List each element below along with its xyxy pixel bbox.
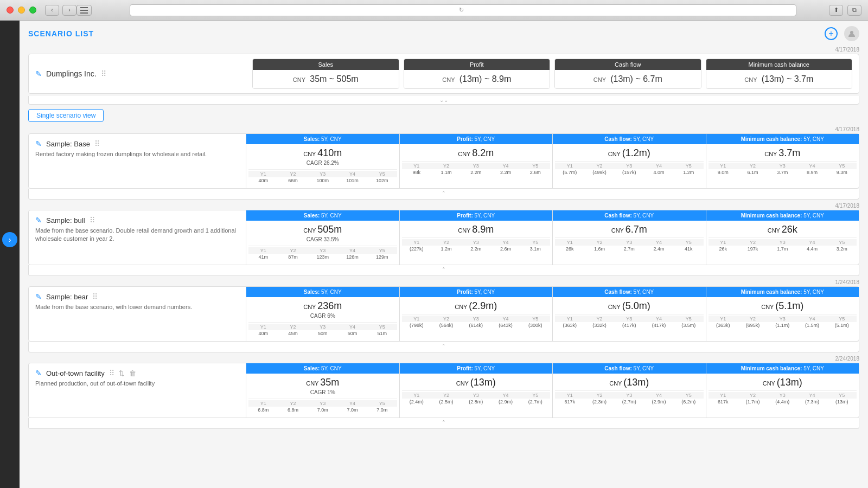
metric-label-3-3: Minimum cash balance: — [741, 365, 802, 371]
metric-sublabel-0-2: 5Y, CNY — [632, 136, 654, 142]
content-area: SCENARIO LIST + 4/17/2018 ✎ Dumplings In… — [20, 21, 868, 488]
svg-rect-1 — [80, 10, 88, 11]
metric-sublabel-2-0: 5Y, CNY — [320, 289, 341, 295]
drag-handle-icon: ⠿ — [101, 69, 106, 78]
year-col-1-0-2: Y3123m — [308, 246, 337, 261]
scenario-arrows-icon-3[interactable]: ⇅ — [119, 369, 125, 377]
scenario-expand-button-2[interactable]: ˄ — [28, 342, 859, 352]
scenario-edit-icon-1[interactable]: ✎ — [35, 216, 42, 224]
scenario-metric-1-0: Sales: 5Y, CNYCNY 505mCAGR 33.5%Y141mY28… — [246, 210, 399, 265]
scenario-metrics-3: Sales: 5Y, CNYCNY 35mCAGR 1%Y16.8mY26.8m… — [246, 363, 859, 418]
metric-sublabel-2-3: 5Y, CNY — [802, 289, 824, 295]
scenario-metric-header-3-1: Profit: 5Y, CNY — [400, 363, 553, 374]
share-button[interactable]: ⬆ — [829, 5, 843, 16]
year-col-2-3-4: Y5(5.1m) — [827, 314, 857, 330]
scenario-metric-header-0-0: Sales: 5Y, CNY — [246, 134, 399, 144]
scenario-edit-icon-2[interactable]: ✎ — [35, 292, 42, 301]
scenario-metric-header-3-0: Sales: 5Y, CNY — [246, 363, 399, 374]
year-col-3-1-1: Y2(2.5m) — [431, 391, 461, 406]
year-col-0-0-1: Y266m — [278, 170, 308, 185]
year-col-0-3-3: Y48.9m — [797, 162, 827, 177]
year-col-1-2-3: Y42.4m — [644, 238, 674, 253]
metric-sublabel-1-1: 5Y, CNY — [473, 213, 495, 219]
company-cashflow-card: Cash flow CNY (13m) ~ 6.7m — [554, 59, 701, 89]
metric-sublabel-3-3: 5Y, CNY — [802, 365, 824, 371]
metric-main-3-0: CNY 35m — [248, 377, 397, 388]
metric-label-0-0: Sales: — [304, 136, 320, 142]
scenario-edit-icon-3[interactable]: ✎ — [35, 369, 42, 377]
scenario-expand-button-1[interactable]: ˄ — [28, 265, 859, 276]
scenario-date-2: 1/24/2018 — [28, 279, 859, 285]
year-col-0-3-4: Y59.3m — [827, 162, 857, 177]
scenario-expand-button-3[interactable]: ˄ — [28, 418, 859, 429]
year-col-3-0-2: Y37.0m — [308, 399, 337, 414]
company-edit-icon[interactable]: ✎ — [35, 69, 42, 78]
scenario-drag-icon-1: ⠿ — [90, 216, 95, 224]
scenario-info-0: ✎Sample: Base⠿Rented factory making froz… — [29, 134, 246, 188]
sidebar-toggle-button[interactable] — [76, 5, 92, 16]
company-name: Dumplings Inc. — [46, 69, 97, 78]
year-col-0-3-2: Y33.7m — [768, 162, 797, 177]
scenario-metrics-2: Sales: 5Y, CNYCNY 236mCAGR 6%Y140mY245mY… — [246, 287, 859, 341]
minimize-button[interactable] — [18, 7, 25, 14]
browser-nav: ‹ › — [45, 5, 76, 16]
company-sales-amount: 35m ~ 505m — [310, 74, 358, 84]
metric-main-3-1: CNY (13m) — [402, 377, 551, 388]
scenario-desc-1: Made from the base scenario. Double reta… — [35, 227, 239, 243]
fullscreen-button[interactable] — [29, 7, 36, 14]
metric-sublabel-0-3: 5Y, CNY — [802, 136, 824, 142]
company-mincash-card: Minimum cash balance CNY (13m) ~ 3.7m — [706, 59, 853, 89]
scenario-expand-button-0[interactable]: ˄ — [28, 189, 859, 200]
metric-currency-2-2: CNY — [608, 304, 622, 310]
year-col-1-0-3: Y4126m — [337, 246, 367, 261]
scenario-metric-1-2: Cash flow: 5Y, CNYCNY 6.7mY126kY21.6mY32… — [552, 210, 706, 265]
year-col-1-0-0: Y141m — [248, 246, 278, 261]
year-col-2-0-1: Y245m — [278, 323, 308, 338]
company-collapse-button[interactable]: ⌄⌄ — [28, 96, 859, 105]
year-col-1-0-1: Y287m — [278, 246, 308, 261]
company-metrics-row: Sales CNY 35m ~ 505m Profit CNY (13m) ~ … — [252, 59, 852, 89]
scenario-metric-header-3-3: Minimum cash balance: 5Y, CNY — [706, 363, 859, 374]
year-col-0-2-2: Y3(157k) — [614, 162, 644, 177]
metric-main-2-2: CNY (5.0m) — [555, 300, 704, 312]
scenario-metric-2-3: Minimum cash balance: 5Y, CNYCNY (5.1m)Y… — [706, 287, 859, 341]
scenario-metric-1-1: Profit: 5Y, CNYCNY 8.9mY1(227k)Y21.2mY32… — [399, 210, 553, 265]
metric-sublabel-3-2: 5Y, CNY — [632, 365, 654, 371]
metric-label-3-1: Profit: — [457, 365, 473, 371]
year-col-2-3-2: Y3(1.1m) — [768, 314, 797, 330]
year-col-3-1-0: Y1(2.4m) — [402, 391, 432, 406]
scenario-trash-icon-3[interactable]: 🗑 — [129, 369, 136, 377]
metric-label-1-0: Sales: — [304, 213, 320, 219]
profile-avatar[interactable] — [844, 26, 859, 41]
year-col-3-3-0: Y1617k — [709, 391, 738, 406]
scenario-section-0: 4/17/2018✎Sample: Base⠿Rented factory ma… — [28, 126, 859, 200]
scenario-metric-header-1-0: Sales: 5Y, CNY — [246, 210, 399, 221]
metric-currency-0-2: CNY — [608, 151, 622, 157]
back-button[interactable]: ‹ — [45, 5, 59, 16]
scenario-edit-icon-0[interactable]: ✎ — [35, 139, 42, 148]
url-bar[interactable]: ↻ — [130, 4, 796, 16]
company-cashflow-amount: (13m) ~ 6.7m — [610, 74, 662, 84]
company-sales-value: CNY 35m ~ 505m — [253, 70, 399, 88]
year-col-2-1-1: Y2(564k) — [431, 314, 461, 330]
sidebar-expand-button[interactable]: › — [2, 232, 17, 247]
year-col-3-0-3: Y47.0m — [337, 399, 367, 414]
year-col-1-2-2: Y32.7m — [614, 238, 644, 253]
close-button[interactable] — [7, 7, 14, 14]
scenario-metric-3-1: Profit: 5Y, CNYCNY (13m)Y1(2.4m)Y2(2.5m)… — [399, 363, 553, 418]
scenario-section-2: 1/24/2018✎Sample: bear⠿Made from the bas… — [28, 279, 859, 352]
metric-label-2-3: Minimum cash balance: — [741, 289, 802, 295]
reload-icon: ↻ — [459, 7, 464, 14]
forward-button[interactable]: › — [62, 5, 76, 16]
year-col-2-0-4: Y551m — [367, 323, 397, 338]
year-col-3-1-2: Y3(2.8m) — [461, 391, 491, 406]
add-scenario-button[interactable]: + — [825, 27, 838, 40]
metric-currency-0-1: CNY — [458, 151, 472, 157]
single-scenario-tab-button[interactable]: Single scenario view — [28, 109, 104, 122]
traffic-lights — [7, 7, 36, 14]
svg-rect-2 — [80, 12, 88, 14]
year-col-2-0-2: Y350m — [308, 323, 337, 338]
year-col-2-1-3: Y4(643k) — [491, 314, 521, 330]
metric-label-3-2: Cash flow: — [604, 365, 632, 371]
tabs-button[interactable]: ⧉ — [847, 5, 861, 16]
